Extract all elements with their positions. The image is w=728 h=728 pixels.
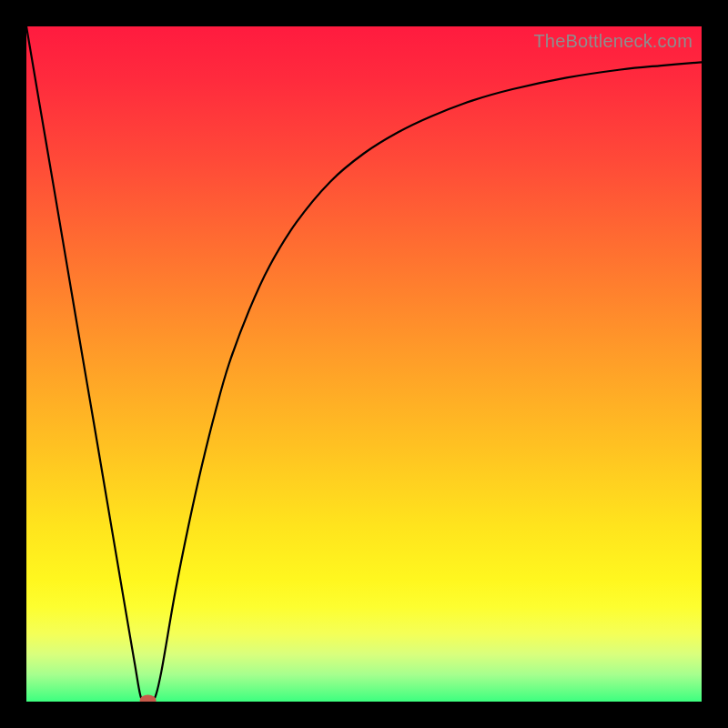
curve-layer	[26, 26, 702, 702]
bottleneck-curve	[26, 26, 702, 702]
plot-area: TheBottleneck.com	[26, 26, 702, 702]
optimal-point-marker	[140, 695, 157, 702]
chart-frame: TheBottleneck.com	[0, 0, 728, 728]
